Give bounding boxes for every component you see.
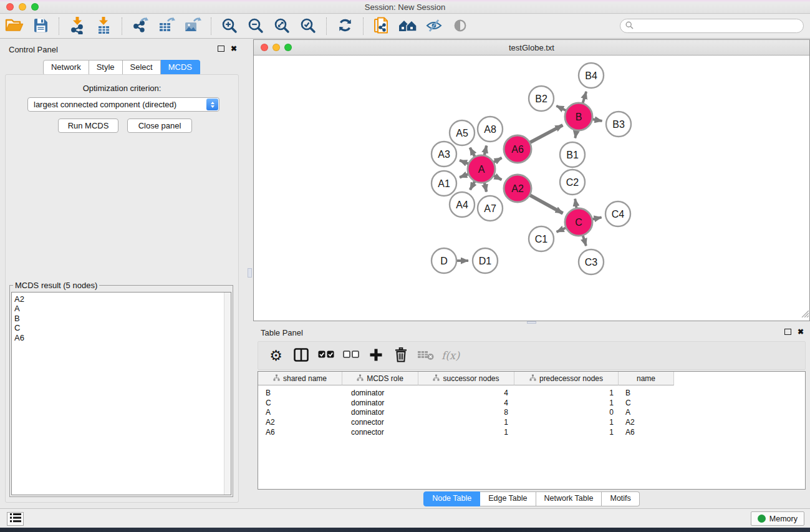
- deselect-all-button[interactable]: [342, 346, 359, 365]
- table-row[interactable]: Bdominator41B: [258, 388, 805, 398]
- run-mcds-button[interactable]: Run MCDS: [58, 118, 118, 133]
- graph-node-C2[interactable]: C2: [560, 170, 585, 195]
- delete-row-button[interactable]: [392, 346, 409, 365]
- table-cell[interactable]: 1: [514, 389, 619, 397]
- graph-node-A5[interactable]: A5: [450, 120, 475, 145]
- table-row[interactable]: A2connector11A2: [258, 417, 805, 427]
- export-image-button[interactable]: [180, 16, 206, 37]
- select-all-button[interactable]: [317, 346, 334, 365]
- function-builder-button[interactable]: f(x): [442, 346, 459, 365]
- table-row[interactable]: Cdominator41C: [258, 398, 805, 408]
- minimize-window-button[interactable]: [19, 3, 26, 11]
- mcds-result-item[interactable]: A6: [12, 333, 231, 342]
- tab-node-table[interactable]: Node Table: [423, 491, 480, 506]
- table-cell[interactable]: A6: [258, 428, 342, 437]
- tab-select[interactable]: Select: [123, 60, 161, 75]
- table-cell[interactable]: B: [619, 389, 674, 397]
- network-fullscreen-button[interactable]: [284, 44, 292, 51]
- table-cell[interactable]: A2: [258, 418, 342, 427]
- network-canvas[interactable]: AA1A2A3A4A5A6A7A8BB1B2B3B4CC1C2C3C4DD1: [254, 56, 809, 321]
- table-cell[interactable]: A6: [619, 428, 674, 437]
- table-cell[interactable]: A2: [619, 418, 674, 427]
- table-cell[interactable]: dominator: [342, 399, 418, 407]
- table-row[interactable]: Adominator80A: [258, 407, 805, 417]
- graph-node-A6[interactable]: A6: [504, 135, 531, 163]
- fullscreen-window-button[interactable]: [31, 3, 39, 11]
- graph-node-B[interactable]: B: [565, 103, 592, 130]
- table-cell[interactable]: 1: [514, 418, 619, 427]
- table-cell[interactable]: 4: [418, 399, 514, 407]
- table-cell[interactable]: 1: [514, 399, 619, 407]
- table-cell[interactable]: B: [258, 389, 342, 397]
- criterion-select[interactable]: largest connected component (directed): [27, 97, 219, 112]
- duplicate-network-button[interactable]: [369, 16, 395, 37]
- network-minimize-button[interactable]: [272, 44, 280, 51]
- column-header-predecessor-nodes[interactable]: predecessor nodes: [514, 372, 619, 385]
- table-cell[interactable]: dominator: [342, 408, 418, 417]
- tab-network-table[interactable]: Network Table: [536, 491, 602, 506]
- zoom-fit-button[interactable]: [269, 16, 295, 37]
- graph-node-A2[interactable]: A2: [504, 175, 531, 202]
- splitter-handle-vertical[interactable]: [248, 268, 252, 278]
- table-cell[interactable]: A: [258, 408, 342, 417]
- tab-mcds[interactable]: MCDS: [161, 60, 200, 75]
- import-table-button[interactable]: [90, 16, 117, 37]
- graph-node-B1[interactable]: B1: [560, 142, 585, 167]
- control-panel-close-button[interactable]: ✖: [231, 45, 237, 52]
- tab-edge-table[interactable]: Edge Table: [480, 491, 536, 506]
- table-cell[interactable]: 1: [418, 418, 514, 427]
- export-table-button[interactable]: [153, 16, 180, 37]
- network-close-button[interactable]: [261, 44, 268, 51]
- table-cell[interactable]: connector: [342, 418, 418, 427]
- column-header-shared-name[interactable]: shared name: [258, 372, 342, 385]
- table-cell[interactable]: 8: [418, 408, 514, 417]
- graph-node-C4[interactable]: C4: [605, 201, 630, 226]
- graph-node-D[interactable]: D: [432, 248, 456, 273]
- refresh-button[interactable]: [332, 16, 358, 37]
- table-cell[interactable]: A: [619, 408, 674, 417]
- delete-table-button[interactable]: [417, 346, 434, 365]
- table-panel-float-button[interactable]: [784, 329, 791, 335]
- save-session-button[interactable]: [27, 16, 54, 37]
- task-history-button[interactable]: [7, 512, 24, 526]
- table-panel-close-button[interactable]: ✖: [798, 328, 804, 336]
- open-session-button[interactable]: [1, 16, 27, 37]
- zoom-selected-button[interactable]: [295, 16, 321, 37]
- resize-grip-icon[interactable]: [800, 309, 809, 320]
- memory-button[interactable]: Memory: [751, 511, 804, 526]
- graph-node-A7[interactable]: A7: [478, 196, 503, 221]
- zoom-out-button[interactable]: [243, 16, 269, 37]
- graph-node-A8[interactable]: A8: [478, 117, 503, 142]
- graph-node-D1[interactable]: D1: [473, 248, 498, 273]
- graph-node-C3[interactable]: C3: [579, 249, 604, 274]
- table-row[interactable]: A6connector11A6: [258, 427, 805, 437]
- mcds-result-item[interactable]: A2: [12, 294, 231, 304]
- import-network-button[interactable]: [64, 16, 90, 37]
- graph-node-C1[interactable]: C1: [529, 226, 554, 251]
- column-header-successor-nodes[interactable]: successor nodes: [418, 372, 514, 385]
- mcds-result-item[interactable]: B: [12, 314, 231, 323]
- graph-node-A[interactable]: A: [468, 155, 495, 183]
- table-cell[interactable]: C: [619, 399, 674, 407]
- column-header-mcds-role[interactable]: MCDS role: [342, 372, 418, 385]
- tab-style[interactable]: Style: [89, 60, 123, 75]
- table-cell[interactable]: 0: [514, 408, 619, 417]
- splitter-handle-horizontal[interactable]: [527, 321, 536, 324]
- table-settings-button[interactable]: ⚙: [268, 346, 284, 365]
- tab-network[interactable]: Network: [43, 60, 89, 75]
- graph-node-C[interactable]: C: [565, 208, 592, 236]
- table-cell[interactable]: 4: [418, 389, 514, 397]
- add-row-button[interactable]: [367, 346, 384, 365]
- zoom-in-button[interactable]: [216, 16, 243, 37]
- column-header-name[interactable]: name: [619, 372, 674, 385]
- graph-node-B2[interactable]: B2: [529, 86, 554, 111]
- graph-node-A1[interactable]: A1: [432, 171, 456, 196]
- result-scrollbar[interactable]: [224, 293, 231, 495]
- table-cell[interactable]: dominator: [342, 389, 418, 397]
- graph-node-A4[interactable]: A4: [450, 192, 475, 217]
- hide-selected-button[interactable]: [421, 16, 447, 37]
- close-panel-button[interactable]: Close panel: [127, 118, 192, 133]
- table-cell[interactable]: connector: [342, 428, 418, 437]
- close-window-button[interactable]: [6, 3, 14, 11]
- mcds-result-item[interactable]: C: [12, 323, 231, 332]
